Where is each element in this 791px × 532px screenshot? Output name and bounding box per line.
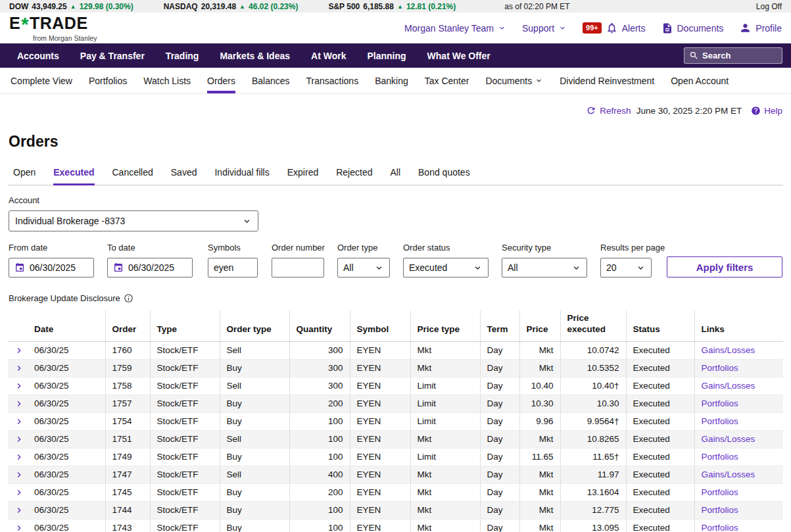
cell-price: Mkt (519, 466, 560, 483)
chevron-right-icon[interactable] (14, 452, 24, 462)
from-date-input[interactable]: 06/30/2025 (9, 258, 94, 278)
subnav-item-open-account[interactable]: Open Account (671, 68, 729, 93)
support-menu[interactable]: Support (522, 23, 567, 34)
refresh-button[interactable]: Refresh (586, 105, 631, 116)
subnav-item-transactions[interactable]: Transactions (306, 68, 359, 93)
tab-saved[interactable]: Saved (171, 164, 197, 185)
cell-date: 06/30/25 (28, 341, 105, 359)
nav-item-pay-transfer[interactable]: Pay & Transfer (80, 51, 145, 61)
table-row: 06/30/25 1754 Stock/ETF Buy 100 EYEN Lim… (8, 412, 783, 430)
expand-row-cell[interactable] (8, 377, 28, 395)
subnav-item-dividend-reinvestment[interactable]: Dividend Reinvestment (560, 68, 654, 93)
chevron-right-icon[interactable] (14, 345, 24, 356)
nav-item-planning[interactable]: Planning (367, 51, 406, 61)
cell-order-type: Sell (220, 341, 289, 359)
subnav-item-complete-view[interactable]: Complete View (11, 68, 72, 93)
expand-row-cell[interactable] (8, 430, 28, 448)
nav-item-at-work[interactable]: At Work (311, 51, 346, 61)
log-off-link[interactable]: Log Off (756, 2, 782, 11)
expand-row-cell[interactable] (8, 448, 28, 466)
row-link[interactable]: Portfolios (702, 416, 738, 426)
results-per-page-select[interactable]: 20 (600, 258, 652, 278)
cell-date: 06/30/25 (28, 448, 105, 466)
documents-button[interactable]: Documents (661, 22, 724, 34)
search-box[interactable] (684, 47, 782, 64)
nav-item-markets-ideas[interactable]: Markets & Ideas (220, 51, 290, 61)
chevron-right-icon[interactable] (14, 523, 24, 532)
nav-item-accounts[interactable]: Accounts (17, 51, 59, 61)
tab-rejected[interactable]: Rejected (336, 164, 372, 185)
filters-bar: From date 06/30/2025 To date 06/30/2025 … (9, 243, 782, 278)
row-link[interactable]: Portfolios (702, 505, 738, 515)
cell-quantity: 200 (289, 395, 350, 412)
tab-open[interactable]: Open (13, 164, 36, 185)
chevron-right-icon[interactable] (14, 505, 24, 516)
tab-individual-fills[interactable]: Individual fills (214, 164, 269, 185)
expand-row-cell[interactable] (8, 412, 28, 430)
chevron-right-icon[interactable] (14, 434, 24, 445)
subnav-item-watch-lists[interactable]: Watch Lists (143, 68, 191, 93)
row-link[interactable]: Gains/Losses (702, 470, 755, 479)
row-link[interactable]: Portfolios (702, 452, 738, 462)
tab-bond-quotes[interactable]: Bond quotes (418, 164, 470, 185)
expand-row-cell[interactable] (8, 483, 28, 501)
expand-row-cell[interactable] (8, 395, 28, 412)
primary-nav: Accounts Pay & Transfer Trading Markets … (0, 43, 791, 68)
tab-cancelled[interactable]: Cancelled (112, 164, 153, 185)
chevron-right-icon[interactable] (14, 487, 24, 498)
morgan-stanley-team-menu[interactable]: Morgan Stanley Team (404, 23, 506, 34)
logo-text-e: E (9, 15, 20, 32)
cell-quantity: 300 (289, 359, 350, 377)
help-button[interactable]: Help (751, 106, 782, 116)
subnav-item-banking[interactable]: Banking (375, 68, 408, 93)
search-input[interactable] (702, 51, 777, 60)
apply-filters-button[interactable]: Apply filters (667, 256, 782, 278)
subnav-item-documents[interactable]: Documents (485, 68, 543, 93)
expand-row-cell[interactable] (8, 501, 28, 519)
row-link[interactable]: Portfolios (702, 487, 738, 497)
tab-all[interactable]: All (390, 164, 400, 185)
row-link[interactable]: Portfolios (702, 523, 738, 532)
subnav-item-orders[interactable]: Orders (207, 68, 235, 93)
chevron-right-icon[interactable] (14, 416, 24, 427)
cell-links: Gains/Losses (694, 341, 783, 359)
tab-executed[interactable]: Executed (53, 164, 94, 185)
tab-expired[interactable]: Expired (287, 164, 318, 185)
nav-item-trading[interactable]: Trading (166, 51, 199, 61)
etrade-logo[interactable]: E * TRADE from Morgan Stanley (9, 14, 97, 42)
subnav-item-portfolios[interactable]: Portfolios (89, 68, 127, 93)
profile-button[interactable]: Profile (739, 22, 782, 34)
chevron-right-icon[interactable] (14, 399, 24, 409)
row-link[interactable]: Portfolios (702, 399, 738, 408)
security-type-select[interactable]: All (502, 258, 587, 278)
row-link[interactable]: Gains/Losses (702, 381, 755, 391)
subnav-documents-label: Documents (485, 76, 532, 86)
row-link[interactable]: Gains/Losses (702, 434, 755, 444)
order-status-select[interactable]: Executed (403, 258, 489, 278)
alerts-button[interactable]: 99+ Alerts (583, 22, 645, 34)
order-number-input[interactable] (272, 258, 324, 278)
up-arrow-icon: ▲ (70, 3, 76, 10)
chevron-right-icon[interactable] (14, 381, 24, 391)
to-date-value: 06/30/2025 (128, 262, 174, 273)
expand-row-cell[interactable] (8, 519, 28, 532)
subnav-item-tax-center[interactable]: Tax Center (425, 68, 469, 93)
chevron-right-icon[interactable] (14, 363, 24, 374)
expand-row-cell[interactable] (8, 359, 28, 377)
to-date-input[interactable]: 06/30/2025 (107, 258, 193, 278)
subnav-item-balances[interactable]: Balances (252, 68, 290, 93)
row-link[interactable]: Gains/Losses (702, 345, 755, 355)
cell-price: 11.65 (519, 448, 560, 466)
chevron-right-icon[interactable] (14, 470, 24, 480)
expand-row-cell[interactable] (8, 466, 28, 483)
row-link[interactable]: Portfolios (702, 363, 738, 373)
order-type-select[interactable]: All (337, 258, 390, 278)
cell-links: Gains/Losses (694, 466, 783, 483)
symbols-input[interactable] (208, 258, 258, 278)
expand-row-cell[interactable] (8, 341, 28, 359)
up-arrow-icon: ▲ (397, 3, 403, 10)
nav-item-what-we-offer[interactable]: What We Offer (427, 51, 491, 61)
account-select[interactable]: Individual Brokerage -8373 (9, 210, 258, 231)
info-icon[interactable] (124, 293, 133, 303)
index-name: S&P 500 (328, 2, 360, 11)
